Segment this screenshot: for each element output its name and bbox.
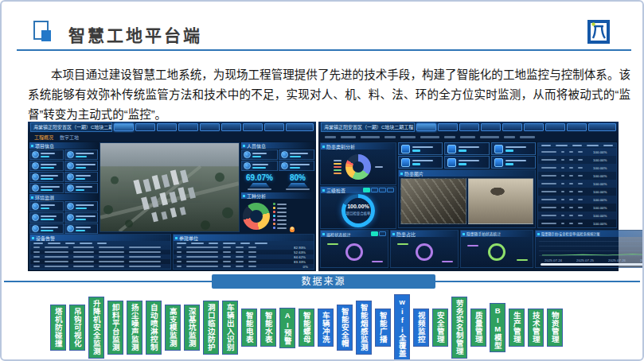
- data-bar: [33, 251, 40, 253]
- ring-chart-area: [321, 237, 388, 267]
- section-dot-icon: [31, 145, 33, 147]
- dashboard-subnav: [318, 133, 619, 141]
- table-row: 100.00%: [538, 180, 616, 188]
- stat-cards-row: [398, 156, 536, 169]
- title-bullet-icon: [33, 21, 54, 45]
- table-row: [30, 264, 170, 269]
- feature-tag: 升降机安全监测: [88, 297, 104, 359]
- company-logo-icon: [587, 18, 611, 45]
- data-bar: [252, 153, 267, 154]
- stat-pedestal: [249, 183, 270, 188]
- data-bar: [277, 227, 287, 229]
- stat-pedestal: [287, 183, 308, 188]
- feature-tag-label: 卸料平台监测: [111, 304, 119, 351]
- data-bar: [578, 151, 584, 153]
- section-header: 隐患图片: [399, 170, 535, 177]
- legend-swatch: [273, 227, 275, 229]
- job-analysis-donut-chart: [243, 203, 270, 230]
- rectification-rate: 100.00%: [594, 174, 607, 178]
- info-card: [29, 149, 64, 160]
- stat-card: [444, 142, 489, 155]
- hazard-ratio-panel: 隐患占比: [390, 230, 459, 268]
- data-bar: [45, 246, 68, 248]
- data-bar: [45, 261, 68, 262]
- gauge-center: 100.00% 项目检查合格率: [345, 198, 371, 223]
- subnav-item-bar: [361, 136, 380, 138]
- hazard-ratio-ring-chart: [416, 243, 433, 261]
- chart-scrollbar: [541, 263, 644, 266]
- subnav-item-bar: [520, 136, 535, 138]
- presentation-slide: 智慧工地平台端 本项目通过建设智慧工地系统，为现场工程管理提供了先进的技术手段，…: [0, 0, 644, 361]
- data-bar: [578, 191, 584, 192]
- stat-circle-icon: [244, 151, 251, 158]
- data-bar: [45, 266, 68, 267]
- data-bar: [505, 160, 526, 161]
- section-dot-icon: [322, 233, 325, 235]
- section-dot-icon: [322, 146, 325, 148]
- data-bar: [223, 261, 231, 262]
- table-row: 100.00%: [538, 148, 616, 156]
- data-bar: [252, 164, 268, 165]
- rectification-rate: 100.00%: [594, 214, 607, 218]
- dashboard-screenshot-overview: 海棠镇正阳安置区（一期）C地块二期工程 工程概况 数字工地 项目信息 环境监测: [28, 122, 316, 271]
- data-bar: [541, 191, 556, 192]
- table-row: 100.00%: [538, 219, 616, 227]
- feature-tag: 自动喷淋控制: [146, 301, 162, 355]
- data-bar: [578, 159, 584, 161]
- data-bar: [129, 256, 161, 258]
- stat-circle-icon: [281, 151, 288, 158]
- dashboard-body: 项目信息 环境监测: [28, 141, 316, 234]
- data-bar: [41, 230, 53, 231]
- data-bar: [33, 261, 40, 262]
- feature-tag: 劳务实名制管理: [451, 297, 467, 359]
- rectification-rate: 100.00%: [594, 190, 607, 194]
- callout-bar: [334, 160, 342, 161]
- gauge-label: 项目检查合格率: [346, 211, 371, 215]
- dashboard-screenshot-safety: 海棠镇正阳安置区（一期）C地块二期工程 隐患类别分析: [318, 122, 619, 271]
- attendance-stat: 69.07%: [246, 173, 273, 190]
- data-bar: [277, 212, 287, 213]
- feature-tag: 安全管理: [432, 309, 448, 347]
- callout-item: [334, 160, 342, 161]
- data-bar: [277, 204, 287, 205]
- participant-rate: 52.63%: [294, 250, 306, 254]
- tab-pill: [371, 231, 378, 236]
- subnav-item-bar: [504, 136, 515, 138]
- data-bar: [41, 153, 55, 154]
- data-bar: [41, 227, 58, 228]
- data-bar: [569, 207, 573, 208]
- dashboard-project-title: 海棠镇正阳安置区（一期）C地块二期工程: [30, 122, 112, 132]
- stat-circle-icon: [67, 214, 74, 221]
- square-filled-icon: [41, 30, 51, 41]
- data-bar: [76, 204, 94, 206]
- column-header-bar: [97, 243, 107, 244]
- inspection-gauge: 100.00% 项目检查合格率: [342, 194, 375, 227]
- nav-pill: [221, 123, 241, 131]
- data-bar: [569, 223, 573, 224]
- stat-cards-row: [398, 142, 536, 155]
- column-header-bar: [191, 243, 204, 244]
- stat-circle-icon: [32, 151, 39, 158]
- data-bar: [76, 175, 91, 177]
- data-bar: [223, 246, 231, 248]
- section-dot-icon: [537, 233, 540, 235]
- participant-rate: 83.33%: [294, 260, 306, 264]
- table-row: 100.00%: [538, 172, 616, 180]
- panel-tabs: [371, 231, 386, 236]
- x-axis-date: 2025.07.27: [640, 258, 644, 262]
- section-header: 巡检状态统计: [321, 231, 388, 237]
- data-bar: [248, 261, 256, 262]
- feature-tag-label: 智能安全帽: [341, 308, 349, 347]
- info-card: [241, 149, 278, 160]
- feature-tag: 质量管理: [470, 309, 486, 347]
- legend-item: [273, 219, 287, 221]
- page-title: 智慧工地平台端: [68, 22, 202, 46]
- info-card: [29, 212, 64, 223]
- feature-tag-label: 技术管理: [532, 312, 540, 344]
- data-bar: [252, 156, 261, 157]
- x-axis-date: 2025.07.24: [544, 258, 562, 262]
- intro-paragraph: 本项目通过建设智慧工地系统，为现场工程管理提供了先进的技术手段，构建了智能化的工…: [28, 65, 630, 125]
- device-alarm-table: 设备告警: [29, 234, 171, 270]
- donut-hole: [353, 161, 364, 173]
- data-bar: [41, 186, 60, 188]
